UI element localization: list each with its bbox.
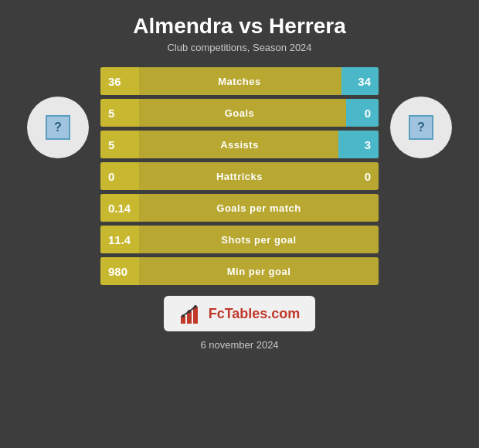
stat-value-left-hattricks: 0 (100, 162, 139, 190)
stat-label-goals-per-match: Goals per match (139, 202, 379, 214)
svg-point-5 (194, 305, 197, 308)
stat-row-goals-per-match: 0.14 Goals per match (100, 194, 379, 222)
stat-row-hattricks: 0 Hattricks 0 (100, 162, 379, 190)
logo-fc: Fc (209, 306, 225, 321)
avatar-right: ? (390, 97, 452, 158)
stat-label-goals: Goals (139, 107, 340, 119)
stat-value-left-matches: 36 (100, 67, 139, 95)
player-left: ? (15, 67, 100, 158)
stat-label-min-per-goal: Min per goal (139, 266, 379, 277)
logo-area: FcTables.com (164, 296, 316, 331)
comparison-area: ? 36 Matches 34 5 Goals 0 5 Assists 3 0 (15, 67, 464, 285)
stat-value-right-matches: 34 (340, 67, 379, 95)
stat-value-right-assists: 3 (340, 131, 379, 158)
stat-row-min-per-goal: 980 Min per goal (100, 257, 379, 285)
svg-rect-2 (193, 307, 198, 324)
stat-value-left-goals: 5 (100, 99, 139, 127)
stats-center: 36 Matches 34 5 Goals 0 5 Assists 3 0 Ha… (100, 67, 379, 285)
logo-tables: Tables.com (225, 306, 301, 321)
svg-point-3 (182, 314, 185, 317)
stat-label-hattricks: Hattricks (139, 171, 340, 182)
stat-value-left-goals-per-match: 0.14 (100, 194, 139, 222)
stat-value-right-hattricks: 0 (340, 162, 379, 190)
stat-label-matches: Matches (139, 76, 340, 87)
stat-value-left-min-per-goal: 980 (100, 257, 139, 285)
stat-value-left-shots-per-goal: 11.4 (100, 226, 139, 253)
svg-point-4 (188, 310, 191, 313)
stat-label-assists: Assists (139, 139, 340, 151)
stat-value-left-assists: 5 (100, 131, 139, 158)
stat-row-assists: 5 Assists 3 (100, 131, 379, 158)
page-container: Almendra vs Herrera Club competitions, S… (0, 0, 479, 448)
stat-row-shots-per-goal: 11.4 Shots per goal (100, 226, 379, 253)
avatar-question-right: ? (409, 115, 433, 140)
stat-label-shots-per-goal: Shots per goal (139, 234, 379, 246)
player-right: ? (379, 67, 464, 158)
fc-tables-icon (179, 302, 202, 325)
avatar-left: ? (27, 97, 89, 158)
page-title: Almendra vs Herrera (133, 14, 345, 39)
date-text: 6 november 2024 (200, 339, 278, 351)
stat-row-goals: 5 Goals 0 (100, 99, 379, 127)
stat-row-matches: 36 Matches 34 (100, 67, 379, 95)
page-subtitle: Club competitions, Season 2024 (167, 42, 311, 53)
avatar-question-left: ? (46, 115, 70, 140)
logo-text: FcTables.com (209, 306, 301, 322)
stat-value-right-goals: 0 (340, 99, 379, 127)
